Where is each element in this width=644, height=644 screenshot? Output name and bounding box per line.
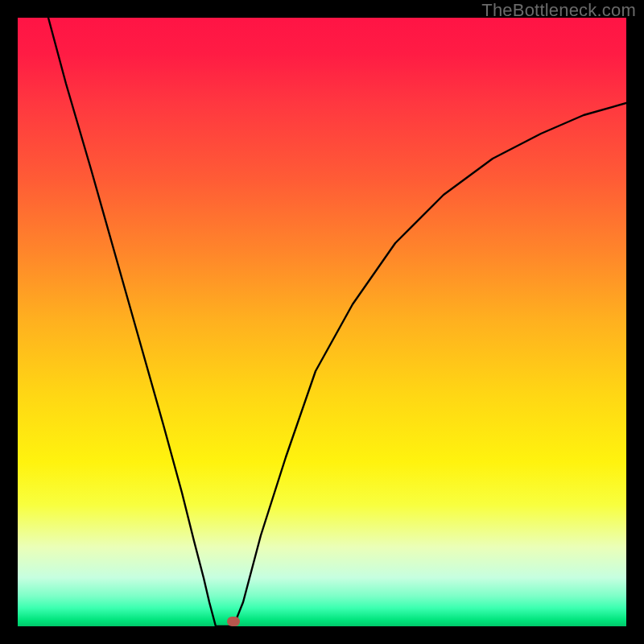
watermark-text: TheBottleneck.com xyxy=(481,0,636,21)
chart-frame: TheBottleneck.com xyxy=(0,0,644,644)
chart-svg xyxy=(18,18,626,626)
chart-plot-area xyxy=(18,18,626,626)
optimum-marker xyxy=(227,617,240,626)
bottleneck-curve xyxy=(48,18,626,626)
